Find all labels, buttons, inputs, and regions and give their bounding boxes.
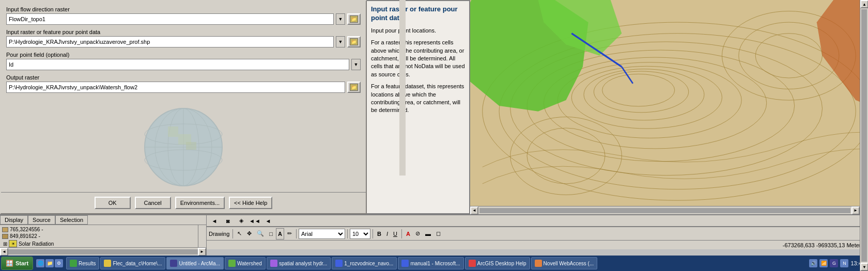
task-flec[interactable]: Flec_data_c\Home\... xyxy=(100,257,165,269)
task-icon-rozvodnice xyxy=(335,260,343,267)
map-tool-4[interactable]: ◄◄ xyxy=(249,216,260,226)
text-tool[interactable]: A xyxy=(276,228,284,240)
map-tool-1[interactable]: ◄ xyxy=(209,216,220,226)
flow-dir-dropdown[interactable]: ▼ xyxy=(336,13,345,25)
task-icon-watershed xyxy=(228,260,236,267)
toc-scroll-v[interactable] xyxy=(198,225,206,247)
map-tool-3[interactable]: ◈ xyxy=(236,216,247,226)
task-label-spatial: spatial analyst hydr... xyxy=(279,261,327,266)
flow-dir-input[interactable] xyxy=(6,13,334,25)
scroll-track-h[interactable] xyxy=(479,208,850,213)
browse-icon-3: 📁 xyxy=(350,84,358,91)
hide-help-button[interactable]: << Hide Help xyxy=(229,197,272,209)
sys-icon-arcgis[interactable]: G xyxy=(830,259,838,267)
pour-field-group: Pour point field (optional) Id ▼ xyxy=(6,52,361,70)
toc-panel: Display Source Selection 765,3224556 - 8… xyxy=(0,215,207,256)
pour-point-input[interactable] xyxy=(6,36,334,47)
toc-label-0: 765,3224556 - xyxy=(10,227,43,232)
task-help[interactable]: ArcGIS Desktop Help xyxy=(465,257,530,269)
paint-tool[interactable]: ✏ xyxy=(285,228,294,240)
main-container: Input flow direction raster ▼ 📁 Input ra… xyxy=(0,0,868,271)
toc-h-left[interactable]: ◄ xyxy=(0,248,8,256)
select-tool[interactable]: □ xyxy=(267,228,275,240)
pour-point-dropdown[interactable]: ▼ xyxy=(336,36,345,47)
cancel-button[interactable]: Cancel xyxy=(135,197,171,209)
browse-icon: 📁 xyxy=(350,15,358,23)
flow-dir-browse[interactable]: 📁 xyxy=(347,13,361,25)
ql-1[interactable]: 🌐 xyxy=(36,259,44,267)
sys-icon-lang[interactable]: N xyxy=(840,259,848,267)
help-panel: Input raster or feature pour point data … xyxy=(367,0,470,214)
zoom-tool[interactable]: 🔍 xyxy=(255,228,266,240)
scroll-down-btn[interactable]: ▼ xyxy=(860,263,868,271)
task-label-arcma: Untitled - ArcMa... xyxy=(179,261,220,266)
scroll-right-btn[interactable]: ► xyxy=(851,206,860,215)
pour-point-browse[interactable]: 📁 xyxy=(347,36,361,47)
help-para-1: Input pour point locations. xyxy=(371,27,465,35)
task-spatial[interactable]: spatial analyst hydr... xyxy=(267,257,331,269)
bottom-panels: Display Source Selection 765,3224556 - 8… xyxy=(0,214,868,256)
tab-display[interactable]: Display xyxy=(0,215,28,225)
task-rozvodnice[interactable]: 1_rozvodnice_navo... xyxy=(332,257,397,269)
pour-field-dropdown[interactable]: ▼ xyxy=(351,59,361,70)
toc-h-right[interactable]: ► xyxy=(198,248,206,256)
ql-3[interactable]: ⚙ xyxy=(55,259,63,267)
task-arcma[interactable]: Untitled - ArcMa... xyxy=(166,257,223,269)
output-browse[interactable]: 📁 xyxy=(347,82,361,93)
ql-2[interactable]: 📁 xyxy=(45,259,54,267)
map-view[interactable] xyxy=(470,0,868,206)
sep-3 xyxy=(347,229,348,238)
taskbar: 🪟 Start 🌐 📁 ⚙ Results Flec_data_c\Home\.… xyxy=(0,256,868,271)
task-icon-spatial xyxy=(270,260,277,267)
start-button[interactable]: 🪟 Start xyxy=(1,257,33,270)
start-label: Start xyxy=(16,260,28,266)
fill-color-btn[interactable]: ◻ xyxy=(434,228,443,240)
toc-content: 765,3224556 - 849,891622 - ⊞ ☀ Solar Rad… xyxy=(0,225,206,247)
scroll-thumb-v[interactable] xyxy=(861,9,867,262)
toc-scroll-h[interactable]: ◄ ► xyxy=(0,247,206,256)
environments-button[interactable]: Environments... xyxy=(175,197,225,209)
quick-launch: 🌐 📁 ⚙ xyxy=(34,259,65,267)
toc-label-1: 849,891622 - xyxy=(10,233,40,239)
task-results[interactable]: Results xyxy=(66,257,99,269)
scroll-up-btn[interactable]: ▲ xyxy=(860,0,868,8)
task-watershed[interactable]: Watershed xyxy=(225,257,266,269)
task-manual[interactable]: manual1 - Microsoft... xyxy=(398,257,463,269)
pour-field-row: Id ▼ xyxy=(6,59,361,70)
output-input[interactable] xyxy=(6,82,345,93)
font-name-select[interactable]: Arial xyxy=(299,229,345,239)
task-icon-help xyxy=(469,260,476,267)
task-icon-results xyxy=(70,260,77,267)
font-size-select[interactable]: 10 xyxy=(350,229,370,239)
task-label-help: ArcGIS Desktop Help xyxy=(477,261,526,266)
sys-icon-2[interactable]: 📶 xyxy=(819,259,828,267)
toc-h-track[interactable] xyxy=(8,249,198,254)
task-label-rozvodnice: 1_rozvodnice_navo... xyxy=(344,261,393,266)
map-section: ▲ ▼ ◄ ► xyxy=(470,0,868,214)
map-tool-2[interactable]: ◙ xyxy=(222,216,234,226)
tab-selection[interactable]: Selection xyxy=(55,215,88,225)
scroll-left-btn[interactable]: ◄ xyxy=(470,206,478,215)
tab-source[interactable]: Source xyxy=(28,215,55,225)
hand-tool[interactable]: ✥ xyxy=(245,228,254,240)
bold-btn[interactable]: B xyxy=(375,228,383,240)
line-color-btn[interactable]: ▬ xyxy=(423,228,433,240)
sys-icon-1[interactable]: 🔊 xyxy=(809,259,817,267)
italic-btn[interactable]: I xyxy=(384,228,390,240)
map-scrollbar-horizontal[interactable]: ◄ ► xyxy=(470,206,868,214)
cursor-tool[interactable]: ↖ xyxy=(235,228,244,240)
font-color-btn[interactable]: A xyxy=(404,228,412,240)
task-icon-arcma xyxy=(170,260,177,267)
help-scrollbar[interactable] xyxy=(399,0,406,176)
map-tool-5[interactable]: ◄ xyxy=(262,216,274,226)
app-area: Input flow direction raster ▼ 📁 Input ra… xyxy=(0,0,868,214)
drawing-label: Drawing xyxy=(209,231,229,237)
underline-btn[interactable]: U xyxy=(391,228,399,240)
ok-button[interactable]: OK xyxy=(95,197,131,209)
highlight-btn[interactable]: ⊘ xyxy=(413,228,422,240)
task-novell[interactable]: Novell WebAccess (... xyxy=(531,257,598,269)
globe-icon xyxy=(142,106,225,188)
pour-field-select[interactable]: Id xyxy=(6,59,349,70)
map-scrollbar-vertical[interactable]: ▲ ▼ xyxy=(860,0,868,271)
task-icon-novell xyxy=(535,260,542,267)
